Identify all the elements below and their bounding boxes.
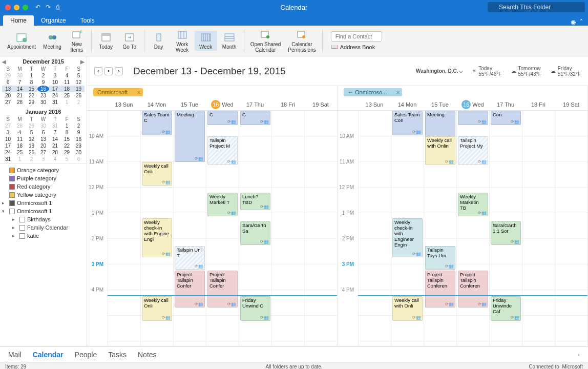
goto-button[interactable]: Go To <box>118 31 141 51</box>
minical-day[interactable]: 30 <box>37 122 49 129</box>
minical-day[interactable]: 2 <box>37 72 49 79</box>
day-header[interactable]: 16Wed <box>456 98 489 110</box>
minical-day[interactable]: 2 <box>73 122 85 129</box>
day-column[interactable] <box>108 111 140 346</box>
category-row[interactable]: Orange category <box>1 166 86 174</box>
minical-day[interactable]: 7 <box>14 79 26 86</box>
minical-day[interactable]: 4 <box>14 129 26 136</box>
day-header[interactable]: 13Sun <box>358 98 391 110</box>
minical-day[interactable]: 30 <box>73 149 85 156</box>
minical-day[interactable]: 2 <box>73 99 85 106</box>
minical-day[interactable]: 14 <box>49 136 61 142</box>
disclosure-triangle-icon[interactable]: ▾ <box>2 209 7 214</box>
collapse-ribbon-icon[interactable]: ˄ <box>580 18 583 26</box>
calendar-event[interactable]: Sales Team C⟳👥 <box>142 111 172 135</box>
calendar-event[interactable]: Friday Unwind C⟳👥 <box>240 296 270 321</box>
minical-day[interactable]: 31 <box>49 99 61 106</box>
week-view-button[interactable]: Week <box>195 31 217 51</box>
category-checkbox[interactable] <box>9 192 15 198</box>
minical-day[interactable]: 27 <box>37 149 49 156</box>
minical-day[interactable]: 9 <box>37 79 49 86</box>
minical-day[interactable]: 10 <box>49 79 61 86</box>
day-column[interactable]: Con⟳👥Sara/Garth 1:1 Sor⟳👥Friday Unwinde … <box>489 111 522 346</box>
day-column[interactable]: Sales Team Con⟳👥Weekly check-in with Eng… <box>391 111 424 346</box>
minical-day[interactable]: 2 <box>26 156 37 162</box>
calendar-event[interactable]: Weekly check-in with Engineer Engin⟳👥 <box>392 218 423 257</box>
category-row[interactable]: Red category <box>1 182 86 191</box>
close-window-button[interactable] <box>5 5 11 10</box>
minical-day[interactable]: 6 <box>2 79 14 86</box>
minical-day[interactable]: 13 <box>37 136 49 142</box>
nav-notes[interactable]: Notes <box>138 351 157 359</box>
minical-day[interactable]: 10 <box>2 136 14 142</box>
close-panel-icon[interactable]: ✕ <box>396 90 400 95</box>
workweek-view-button[interactable]: Work Week <box>171 28 194 54</box>
day-column[interactable] <box>555 111 587 346</box>
minical-day[interactable]: 26 <box>26 149 37 156</box>
today-button[interactable]: Today <box>95 31 117 51</box>
calendar-event[interactable]: Weekly Marketin TB⟳👥 <box>458 193 488 216</box>
calendar-event[interactable]: Tailspin Uni T⟳👥 <box>175 246 205 270</box>
minical-day[interactable]: 9 <box>73 129 85 136</box>
minical-day[interactable]: 1 <box>61 122 73 129</box>
minical-day[interactable]: 17 <box>49 86 61 92</box>
category-checkbox[interactable] <box>9 176 15 181</box>
calendar-event[interactable]: Weekly call with Onli⟳👥 <box>392 296 423 321</box>
nav-mail[interactable]: Mail <box>8 351 22 359</box>
day-header[interactable]: 16Wed <box>206 98 239 110</box>
day-column[interactable]: ⟳👥Tailspin Project My⟳👥Weekly Marketin T… <box>456 111 489 346</box>
minical-day[interactable]: 1 <box>14 156 26 162</box>
day-column[interactable]: Meeting⟳👥Tailspin Uni T⟳👥Project Tailspi… <box>173 111 206 346</box>
find-contact-input[interactable] <box>331 31 382 42</box>
category-checkbox[interactable] <box>9 184 15 190</box>
zoom-window-button[interactable] <box>23 5 28 10</box>
search-input[interactable] <box>488 2 585 12</box>
minical-day[interactable]: 5 <box>73 72 85 79</box>
minical-day[interactable]: 30 <box>14 72 26 79</box>
minical-day[interactable]: 27 <box>2 99 14 106</box>
folder-row[interactable]: ▸Birthdays <box>1 215 86 223</box>
calendar-event[interactable]: Tailspin Project My⟳👥 <box>458 136 488 165</box>
day-header[interactable]: 18Fri <box>522 98 555 110</box>
minical-day[interactable]: 21 <box>49 142 61 149</box>
calendar-event[interactable]: Weekly call Onli⟳👥 <box>142 162 172 186</box>
folder-row[interactable]: ▾Onmicrosoft 1 <box>1 207 86 215</box>
expand-nav-button[interactable]: ‹ <box>578 352 580 358</box>
minimize-window-button[interactable] <box>14 5 19 10</box>
undo-icon[interactable]: ↶ <box>35 4 40 11</box>
address-book-button[interactable]: 📖Address Book <box>331 44 375 50</box>
minical-day[interactable]: 22 <box>26 92 37 99</box>
today-nav-button[interactable]: • <box>104 67 113 75</box>
minical-day[interactable]: 8 <box>26 79 37 86</box>
minical-day[interactable]: 27 <box>2 122 14 129</box>
calendar-event[interactable]: Lunch? TBD⟳👥 <box>240 193 270 210</box>
calendar-event[interactable]: Con⟳👥 <box>491 111 521 125</box>
day-column[interactable]: Sales Team C⟳👥Weekly call Onli⟳👥Weekly c… <box>140 111 173 346</box>
open-shared-calendar-button[interactable]: Open Shared Calendar <box>247 28 284 54</box>
day-column[interactable] <box>522 111 555 346</box>
minical-day[interactable]: 16 <box>73 136 85 142</box>
minical-day[interactable]: 21 <box>14 92 26 99</box>
day-column[interactable] <box>304 111 337 346</box>
category-checkbox[interactable] <box>9 168 15 173</box>
calendar-event[interactable]: Weekly call with Onlin⟳👥 <box>425 136 455 165</box>
folder-checkbox[interactable] <box>19 225 25 231</box>
day-header[interactable]: 15Tue <box>424 98 456 110</box>
calendar-event[interactable]: Sara/Garth Sa⟳👥 <box>240 221 270 245</box>
prev-month-button[interactable]: ◀ <box>2 59 6 65</box>
minical-day[interactable]: 29 <box>2 72 14 79</box>
new-items-button[interactable]: +New Items <box>66 28 88 54</box>
folder-row[interactable]: ▸Family Calendar <box>1 223 86 232</box>
prev-week-button[interactable]: ‹ <box>94 67 102 75</box>
redo-icon[interactable]: ↷ <box>46 4 51 11</box>
calendar-event[interactable]: Project Tailspin Confer⟳👥 <box>175 271 205 308</box>
calendar-event[interactable]: Project Tailspin Confer⟳👥 <box>207 271 238 308</box>
disclosure-triangle-icon[interactable]: ▸ <box>2 200 7 206</box>
minical-day[interactable]: 12 <box>26 136 37 142</box>
minical-day[interactable]: 24 <box>2 149 14 156</box>
minical-day[interactable]: 12 <box>73 79 85 86</box>
folder-checkbox[interactable] <box>19 217 25 222</box>
tab-tools[interactable]: Tools <box>73 15 102 26</box>
day-header[interactable]: 17Thu <box>489 98 522 110</box>
weather-location[interactable]: Washington, D.C. ⌵ <box>416 68 463 74</box>
